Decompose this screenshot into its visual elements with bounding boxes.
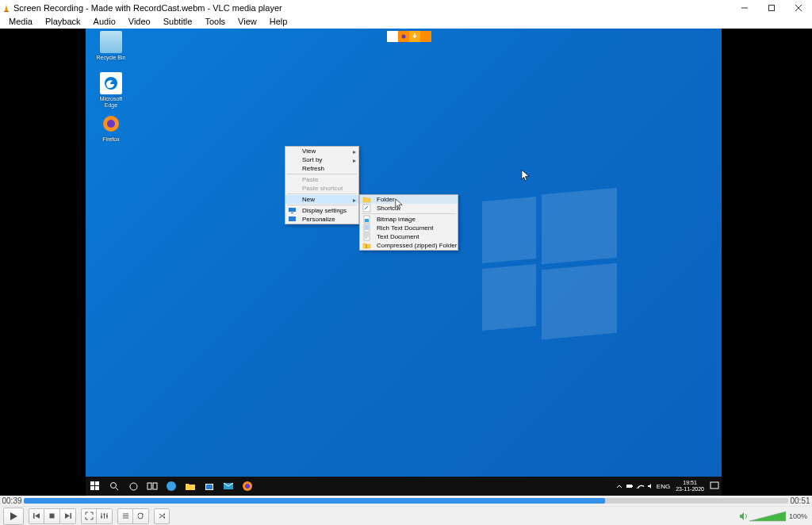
rtf-icon (362, 224, 371, 232)
new-rtf[interactable]: Rich Text Document (360, 224, 458, 232)
stop-button[interactable] (44, 508, 60, 524)
new-shortcut[interactable]: Shortcut (360, 204, 458, 213)
playlist-group (117, 508, 149, 524)
svg-marker-62 (749, 512, 786, 521)
svg-point-40 (245, 484, 250, 489)
vlc-titlebar: Screen Recording - Made with RecordCast.… (0, 0, 812, 15)
vlc-cone-icon (2, 4, 10, 12)
seekbar-progress (24, 498, 605, 504)
taskbar-edge-icon[interactable] (162, 477, 181, 496)
seekbar[interactable] (24, 498, 788, 504)
close-button[interactable] (785, 0, 812, 15)
svg-rect-16 (365, 219, 369, 222)
system-tray: ENG (615, 477, 670, 496)
tray-power-icon[interactable] (626, 482, 634, 490)
svg-rect-43 (710, 482, 718, 489)
svg-rect-27 (95, 481, 99, 485)
next-button[interactable] (60, 508, 76, 524)
volume-slider[interactable] (749, 510, 786, 523)
volume-value: 100% (789, 512, 807, 520)
taskbar-explorer-icon[interactable] (181, 477, 200, 496)
svg-rect-13 (289, 217, 296, 221)
desktop-icon-recycle-bin: Recycle Bin (94, 31, 128, 61)
minimize-button[interactable] (731, 0, 758, 15)
maximize-button[interactable] (758, 0, 785, 15)
ctx-view[interactable]: View▸ (285, 147, 358, 155)
new-zip[interactable]: Compressed (zipped) Folder (360, 241, 458, 250)
svg-rect-12 (291, 213, 293, 213)
svg-point-32 (130, 483, 137, 490)
svg-rect-34 (153, 483, 157, 489)
svg-rect-41 (626, 485, 632, 488)
new-folder[interactable]: Folder (360, 195, 458, 204)
menu-audio[interactable]: Audio (87, 15, 122, 29)
time-duration[interactable]: 00:51 (788, 496, 812, 505)
window-title: Screen Recording - Made with RecordCast.… (13, 3, 282, 13)
fullscreen-button[interactable] (81, 508, 97, 524)
monitor-icon (288, 206, 297, 215)
track-nav-group (29, 508, 76, 524)
menu-help[interactable]: Help (263, 15, 294, 29)
previous-button[interactable] (29, 508, 44, 524)
shortcut-icon (362, 204, 371, 213)
paint-icon (288, 215, 297, 224)
ctx-paste: Paste (285, 175, 358, 184)
video-area[interactable]: Recycle Bin Microsoft Edge Firefox View▸… (0, 29, 812, 496)
taskbar-firefox-icon[interactable] (238, 477, 257, 496)
tray-chevron-up-icon[interactable] (615, 482, 623, 490)
menu-tools[interactable]: Tools (198, 15, 232, 29)
start-button[interactable] (86, 477, 105, 496)
ctx-paste-shortcut: Paste shortcut (285, 184, 358, 193)
mute-button[interactable] (738, 511, 749, 522)
wallpaper-windows-logo (482, 199, 680, 358)
svg-rect-42 (632, 485, 633, 487)
controls-row: 100% (0, 506, 812, 525)
taskbar-clock[interactable]: 19:51 23-11-2020 (672, 480, 707, 492)
time-elapsed[interactable]: 00:39 (0, 496, 24, 505)
menu-media[interactable]: Media (2, 15, 39, 29)
svg-point-7 (402, 35, 406, 39)
tray-network-icon[interactable] (636, 482, 644, 490)
menu-view[interactable]: View (232, 15, 263, 29)
svg-rect-14 (363, 205, 370, 212)
action-center-icon[interactable] (707, 477, 722, 496)
cortana-icon[interactable] (124, 477, 143, 496)
menu-playback[interactable]: Playback (39, 15, 87, 29)
tray-volume-icon[interactable] (646, 482, 654, 490)
svg-rect-21 (364, 233, 370, 240)
svg-marker-44 (10, 512, 17, 520)
ctx-personalize[interactable]: Personalize (285, 215, 358, 224)
svg-marker-46 (35, 513, 40, 519)
extended-settings-button[interactable] (97, 508, 113, 524)
ctx-refresh[interactable]: Refresh (285, 164, 358, 173)
play-button[interactable] (3, 508, 24, 525)
svg-rect-49 (71, 513, 72, 519)
svg-marker-48 (65, 513, 70, 519)
ctx-new[interactable]: New▸ (285, 195, 358, 204)
svg-rect-37 (206, 485, 213, 489)
desktop-context-menu: View▸ Sort by▸ Refresh Paste Paste short… (285, 146, 359, 224)
shuffle-button[interactable] (154, 508, 170, 524)
svg-rect-29 (95, 486, 99, 490)
view-group (81, 508, 113, 524)
svg-rect-3 (769, 5, 775, 10)
desktop-icon-firefox: Firefox (94, 113, 128, 143)
svg-rect-1 (4, 11, 9, 12)
new-bitmap[interactable]: Bitmap image (360, 215, 458, 224)
taskbar-store-icon[interactable] (200, 477, 219, 496)
bmp-icon (362, 215, 371, 224)
playlist-button[interactable] (117, 508, 133, 524)
ctx-sortby[interactable]: Sort by▸ (285, 155, 358, 164)
taskview-icon[interactable] (143, 477, 162, 496)
menu-video[interactable]: Video (122, 15, 157, 29)
new-submenu: Folder Shortcut Bitmap image Rich Text D… (359, 194, 458, 251)
loop-button[interactable] (133, 508, 149, 524)
browser-toolbar-overlay (387, 31, 431, 42)
tray-language[interactable]: ENG (657, 483, 670, 490)
recorded-frame-desktop: Recycle Bin Microsoft Edge Firefox View▸… (86, 29, 722, 496)
menu-subtitle[interactable]: Subtitle (157, 15, 199, 29)
taskbar-mail-icon[interactable] (219, 477, 238, 496)
new-text[interactable]: Text Document (360, 232, 458, 241)
search-icon[interactable] (105, 477, 124, 496)
ctx-display-settings[interactable]: Display settings (285, 206, 358, 215)
